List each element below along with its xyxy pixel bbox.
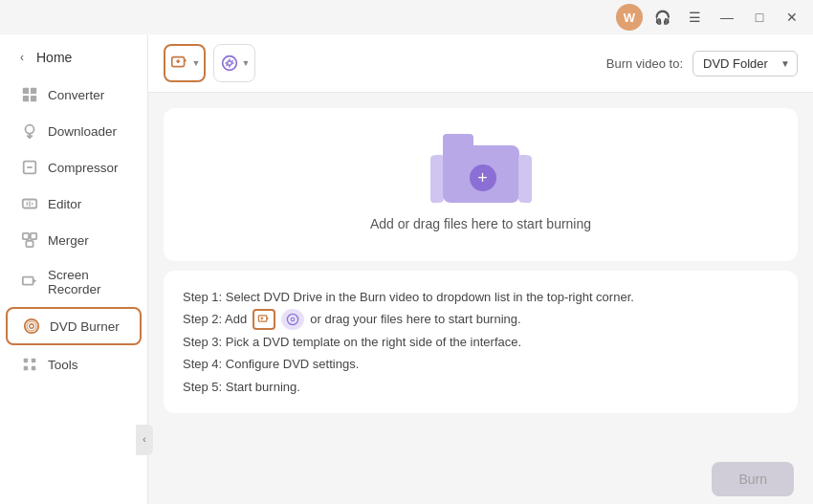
folder-plus-icon: + [470, 164, 496, 191]
svg-rect-15 [23, 277, 33, 285]
svg-rect-13 [31, 233, 36, 239]
svg-point-29 [227, 61, 231, 66]
svg-point-19 [27, 321, 36, 331]
burn-to-label: Burn video to: [606, 56, 683, 71]
screen-recorder-label: Screen Recorder [48, 268, 126, 296]
minimize-button[interactable]: — [714, 4, 740, 31]
sidebar-item-converter[interactable]: Converter [6, 77, 142, 112]
editor-icon [21, 195, 38, 212]
step2-disc-icon [281, 309, 304, 330]
merger-label: Merger [48, 233, 89, 248]
add-files-dropdown-arrow: ▼ [192, 58, 201, 68]
svg-rect-12 [23, 233, 29, 239]
sidebar-item-tools[interactable]: Tools [6, 347, 142, 382]
dvd-burner-label: DVD Burner [50, 319, 120, 334]
svg-rect-14 [26, 241, 33, 247]
svg-point-18 [30, 324, 34, 329]
sidebar-item-screen-recorder[interactable]: Screen Recorder [6, 259, 142, 305]
drop-prompt: Add or drag files here to start burning [370, 216, 591, 231]
burn-to-select[interactable]: DVD Folder DVD Disc ISO File [692, 51, 798, 77]
app-body: ‹ Home Converter [0, 34, 813, 504]
main-content: ▼ ▼ Bu [148, 34, 813, 504]
step-1: Step 1: Select DVD Drive in the Burn vid… [183, 286, 779, 308]
dvd-burner-icon [23, 318, 40, 335]
downloader-label: Downloader [48, 124, 117, 139]
svg-rect-3 [31, 96, 36, 101]
step-3: Step 3: Pick a DVD template on the right… [183, 331, 779, 353]
folder-tab [443, 134, 473, 145]
toolbar-left: ▼ ▼ [164, 44, 255, 82]
drop-area[interactable]: + Add or drag files here to start burnin… [164, 108, 798, 261]
converter-icon [21, 86, 38, 103]
converter-label: Converter [48, 88, 104, 102]
tools-label: Tools [48, 358, 78, 372]
sidebar-item-merger[interactable]: Merger [6, 223, 142, 257]
compressor-label: Compressor [48, 161, 119, 175]
svg-marker-16 [33, 278, 37, 283]
toolbar-right: Burn video to: DVD Folder DVD Disc ISO F… [606, 51, 798, 77]
folder-icon: + [438, 131, 524, 203]
toolbar: ▼ ▼ Bu [148, 34, 813, 93]
svg-rect-1 [31, 88, 36, 94]
sidebar: ‹ Home Converter [0, 34, 148, 504]
close-button[interactable]: ✕ [779, 4, 805, 31]
sidebar-item-compressor[interactable]: Compressor [6, 150, 142, 185]
svg-rect-0 [23, 88, 29, 94]
burn-button[interactable]: Burn [712, 462, 794, 496]
svg-marker-27 [184, 58, 187, 62]
sidebar-item-dvd-burner[interactable]: DVD Burner [6, 307, 142, 345]
menu-icon[interactable]: ☰ [681, 4, 708, 31]
bottom-bar: Burn [148, 454, 813, 504]
headphone-icon[interactable]: 🎧 [648, 4, 675, 31]
tools-icon [21, 356, 38, 373]
folder-shadow-left [430, 154, 444, 203]
steps-area: Step 1: Select DVD Drive in the Burn vid… [164, 271, 798, 413]
folder-main: + [443, 145, 519, 203]
editor-label: Editor [48, 197, 81, 211]
folder-shadow-right [518, 154, 532, 203]
step2-add-icon [253, 309, 275, 330]
svg-line-33 [226, 65, 227, 66]
maximize-button[interactable]: □ [746, 4, 773, 31]
svg-point-41 [291, 318, 295, 321]
sidebar-item-downloader[interactable]: Downloader [6, 114, 142, 148]
svg-point-28 [222, 56, 236, 71]
title-bar: W 🎧 ☰ — □ ✕ [0, 0, 813, 34]
step-5: Step 5: Start burning. [183, 376, 779, 398]
sidebar-collapse-button[interactable]: ‹ [136, 425, 153, 455]
home-label: Home [36, 50, 72, 65]
back-icon: ‹ [15, 51, 29, 64]
svg-rect-23 [32, 366, 36, 371]
svg-point-40 [288, 314, 298, 324]
step-2: Step 2: Add [183, 308, 779, 330]
sidebar-item-editor[interactable]: Editor [6, 186, 142, 221]
burn-to-select-wrapper: DVD Folder DVD Disc ISO File ▼ [692, 51, 798, 77]
svg-rect-21 [32, 359, 36, 363]
step-4: Step 4: Configure DVD settings. [183, 353, 779, 375]
svg-rect-20 [24, 359, 29, 363]
app-icon: W [616, 4, 643, 31]
compressor-icon [21, 159, 38, 176]
merger-icon [21, 231, 38, 249]
downloader-icon [21, 122, 38, 140]
svg-point-4 [26, 125, 34, 134]
svg-rect-22 [24, 366, 29, 371]
svg-rect-2 [23, 96, 29, 101]
screen-recorder-icon [21, 274, 38, 291]
add-disc-button[interactable]: ▼ [213, 44, 255, 82]
add-disc-dropdown-arrow: ▼ [242, 58, 251, 68]
sidebar-home[interactable]: ‹ Home [0, 42, 147, 77]
svg-line-32 [231, 60, 232, 61]
svg-marker-39 [267, 318, 269, 320]
content-area: + Add or drag files here to start burnin… [148, 93, 813, 454]
add-files-button[interactable]: ▼ [164, 44, 206, 82]
